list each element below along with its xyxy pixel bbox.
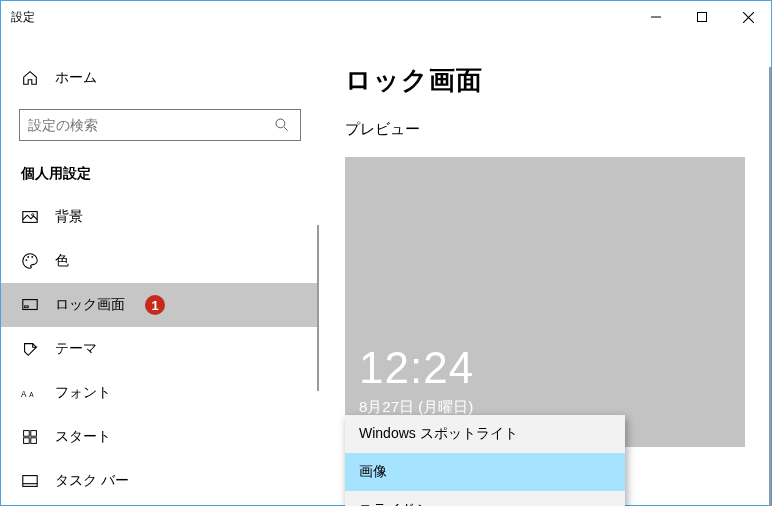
sidebar-item-label: ロック画面 bbox=[55, 296, 125, 314]
svg-point-5 bbox=[27, 256, 29, 258]
sidebar-item-label: 背景 bbox=[55, 208, 83, 226]
search-input[interactable] bbox=[19, 109, 301, 141]
sidebar-item-colors[interactable]: 色 bbox=[1, 239, 319, 283]
background-select-dropdown[interactable]: Windows スポットライト 画像 スライドショー bbox=[345, 415, 625, 506]
picture-icon bbox=[21, 208, 39, 226]
search-field[interactable] bbox=[28, 117, 272, 133]
maximize-button[interactable] bbox=[679, 2, 725, 32]
sidebar-item-label: フォント bbox=[55, 384, 111, 402]
svg-rect-0 bbox=[698, 13, 707, 22]
font-icon: AA bbox=[21, 384, 39, 402]
home-button[interactable]: ホーム bbox=[1, 57, 319, 99]
sidebar-item-label: スタート bbox=[55, 428, 111, 446]
lockscreen-preview: 12:24 8月27日 (月曜日) bbox=[345, 157, 745, 447]
sidebar-item-themes[interactable]: テーマ bbox=[1, 327, 319, 371]
sidebar-item-label: テーマ bbox=[55, 340, 97, 358]
content-area: ロック画面 プレビュー 12:24 8月27日 (月曜日) Windows スポ… bbox=[319, 33, 771, 505]
sidebar-item-taskbar[interactable]: タスク バー bbox=[1, 459, 319, 503]
nav-list: 背景 色 ロック画面 1 bbox=[1, 195, 319, 503]
dropdown-option-spotlight[interactable]: Windows スポットライト bbox=[345, 415, 625, 453]
start-icon bbox=[21, 429, 39, 445]
svg-rect-15 bbox=[23, 476, 37, 487]
theme-icon bbox=[21, 340, 39, 358]
content-scrollbar[interactable] bbox=[769, 67, 771, 506]
sidebar-item-background[interactable]: 背景 bbox=[1, 195, 319, 239]
titlebar: 設定 bbox=[1, 1, 771, 33]
notification-badge: 1 bbox=[145, 295, 165, 315]
home-label: ホーム bbox=[55, 69, 97, 87]
dropdown-option-slideshow[interactable]: スライドショー bbox=[345, 491, 625, 506]
lockscreen-icon bbox=[21, 296, 39, 314]
svg-rect-14 bbox=[31, 438, 37, 444]
section-title: 個人用設定 bbox=[1, 147, 319, 191]
svg-rect-13 bbox=[24, 438, 30, 444]
sidebar-item-start[interactable]: スタート bbox=[1, 415, 319, 459]
sidebar-item-label: 色 bbox=[55, 252, 69, 270]
sidebar-item-fonts[interactable]: AA フォント bbox=[1, 371, 319, 415]
svg-rect-12 bbox=[31, 431, 37, 437]
svg-point-1 bbox=[276, 119, 285, 128]
svg-point-4 bbox=[26, 259, 28, 261]
preview-time: 12:24 bbox=[359, 343, 474, 393]
sidebar: ホーム 個人用設定 背景 bbox=[1, 33, 319, 505]
preview-label: プレビュー bbox=[345, 120, 745, 139]
svg-text:A: A bbox=[29, 391, 34, 398]
svg-point-6 bbox=[31, 256, 33, 258]
window-title: 設定 bbox=[1, 9, 633, 26]
svg-rect-11 bbox=[24, 431, 30, 437]
svg-rect-8 bbox=[25, 306, 29, 308]
dropdown-option-picture[interactable]: 画像 bbox=[345, 453, 625, 491]
sidebar-item-label: タスク バー bbox=[55, 472, 129, 490]
svg-point-3 bbox=[32, 214, 34, 216]
search-icon bbox=[272, 117, 292, 133]
close-button[interactable] bbox=[725, 2, 771, 32]
svg-text:A: A bbox=[21, 390, 27, 399]
home-icon bbox=[21, 69, 39, 87]
taskbar-icon bbox=[21, 472, 39, 490]
page-title: ロック画面 bbox=[345, 63, 745, 98]
window-controls bbox=[633, 2, 771, 32]
minimize-button[interactable] bbox=[633, 2, 679, 32]
palette-icon bbox=[21, 252, 39, 270]
sidebar-item-lockscreen[interactable]: ロック画面 1 bbox=[1, 283, 319, 327]
